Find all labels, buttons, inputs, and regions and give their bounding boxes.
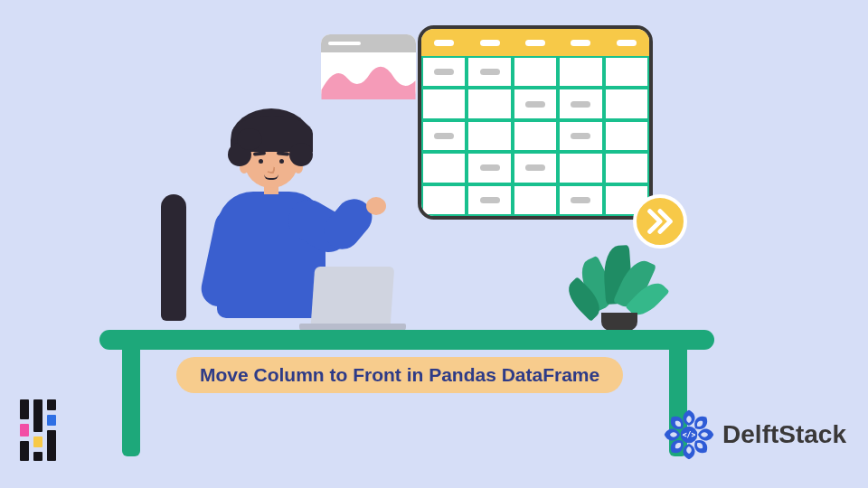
brand-logo: </> DelftStack: [661, 407, 846, 463]
person-nose: [267, 165, 275, 174]
person-eyebrow: [253, 151, 266, 155]
person-eyebrow: [277, 151, 289, 155]
logo-bar: [20, 399, 29, 461]
table-cell: [467, 120, 512, 152]
table-cell: [513, 88, 558, 119]
person-mouth: [264, 174, 278, 180]
person-hair-curl: [289, 143, 313, 166]
desk-leg: [122, 348, 140, 456]
svg-text:</>: </>: [683, 431, 696, 439]
spreadsheet-grid: [421, 56, 649, 216]
logo-segment: [33, 452, 42, 461]
double-chevron-right-icon: [645, 206, 675, 237]
logo-segment: [20, 399, 29, 419]
logo-segment: [20, 424, 29, 436]
mini-chart-header: [321, 34, 416, 52]
logo-bar: [33, 399, 42, 461]
delftstack-emblem-icon: </>: [661, 407, 717, 463]
person-eye: [279, 159, 284, 164]
logo-bar: [47, 399, 56, 461]
table-cell: [513, 184, 558, 216]
area-chart-icon: [321, 52, 416, 99]
logo-segment: [47, 415, 56, 426]
spreadsheet-header-row: [421, 29, 649, 56]
person-hand-right: [366, 197, 386, 215]
mini-chart-title-bar: [328, 42, 361, 45]
plant-pot: [601, 313, 637, 331]
article-title-pill: Move Column to Front in Pandas DataFrame: [176, 357, 623, 393]
article-title: Move Column to Front in Pandas DataFrame: [200, 364, 599, 385]
column-header: [604, 29, 649, 56]
table-cell: [513, 152, 558, 183]
person-hair-curl: [237, 128, 262, 150]
pandas-logo-icon: [20, 399, 56, 461]
table-cell: [467, 184, 512, 216]
column-header: [513, 29, 558, 56]
mini-chart-body: [321, 52, 416, 99]
table-cell: [558, 56, 603, 88]
logo-segment: [20, 441, 29, 461]
logo-segment: [47, 430, 56, 461]
logo-segment: [33, 436, 42, 447]
table-cell: [421, 184, 467, 216]
table-cell: [421, 56, 467, 88]
plant: [561, 235, 669, 334]
spreadsheet-card: [418, 25, 653, 220]
logo-segment: [47, 399, 56, 410]
table-cell: [558, 184, 603, 216]
table-cell: [604, 56, 649, 88]
column-header: [558, 29, 603, 56]
column-header: [467, 29, 512, 56]
desk-top: [99, 330, 714, 350]
table-cell: [467, 152, 512, 183]
logo-segment: [33, 399, 42, 432]
table-cell: [513, 56, 558, 88]
mini-chart-card: [321, 34, 416, 99]
table-cell: [604, 120, 649, 152]
table-cell: [467, 56, 512, 88]
table-cell: [604, 152, 649, 183]
column-header: [421, 29, 467, 56]
table-cell: [421, 152, 467, 183]
table-cell: [421, 88, 467, 119]
table-cell: [604, 88, 649, 119]
person-eye: [259, 159, 263, 164]
table-cell: [421, 120, 467, 152]
table-cell: [558, 120, 603, 152]
brand-name: DelftStack: [722, 420, 846, 449]
table-cell: [513, 120, 558, 152]
table-cell: [467, 88, 512, 119]
table-cell: [558, 152, 603, 183]
table-cell: [558, 88, 603, 119]
laptop-screen: [311, 267, 394, 324]
